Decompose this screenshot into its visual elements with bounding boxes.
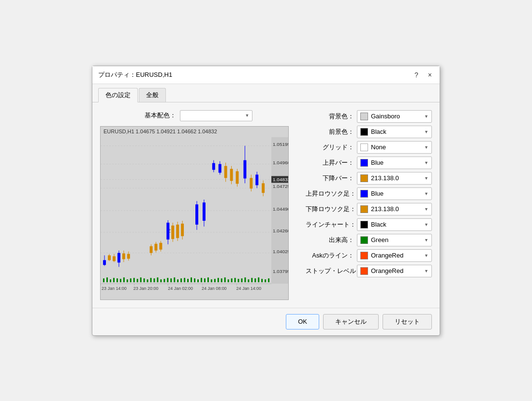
- svg-rect-117: [255, 174, 258, 185]
- svg-rect-28: [133, 278, 135, 282]
- tab-bar: 色の設定 全般: [92, 84, 440, 102]
- svg-rect-66: [261, 279, 263, 282]
- swatch-up-bar: [360, 159, 368, 167]
- svg-rect-87: [154, 243, 157, 250]
- svg-rect-91: [166, 222, 169, 239]
- svg-rect-93: [171, 225, 174, 239]
- svg-rect-1: [101, 137, 271, 283]
- svg-rect-81: [122, 253, 125, 259]
- svg-rect-89: [159, 243, 162, 249]
- svg-rect-35: [157, 277, 158, 282]
- name-foreground: Black: [371, 128, 386, 135]
- footer: OK キャンセル リセット: [92, 308, 440, 335]
- setting-up-candle: 上昇ロウソク足： Blue: [306, 187, 432, 200]
- svg-rect-59: [238, 279, 239, 282]
- svg-rect-101: [203, 202, 206, 221]
- svg-rect-68: [268, 278, 269, 282]
- tab-general[interactable]: 全般: [139, 88, 166, 102]
- swatch-stop-level: [360, 267, 368, 275]
- svg-rect-113: [243, 160, 246, 178]
- dialog-title: プロパティ：EURUSD,H1: [98, 71, 172, 79]
- svg-rect-45: [191, 277, 192, 282]
- svg-rect-52: [214, 279, 216, 282]
- setting-ask-line: Askのライン： OrangeRed: [306, 249, 432, 262]
- svg-rect-49: [204, 278, 206, 282]
- select-line-chart[interactable]: Black: [357, 218, 432, 231]
- svg-rect-23: [117, 278, 118, 282]
- svg-text:1.05195: 1.05195: [273, 141, 288, 146]
- swatch-up-candle: [360, 190, 368, 198]
- svg-rect-109: [230, 169, 233, 181]
- select-foreground[interactable]: Black: [357, 126, 432, 138]
- svg-rect-25: [123, 277, 125, 282]
- select-up-bar[interactable]: Blue: [357, 157, 432, 169]
- svg-rect-36: [160, 279, 162, 282]
- setting-background: 背景色： Gainsboro: [306, 110, 432, 123]
- close-button[interactable]: ×: [426, 70, 434, 80]
- select-ask-line[interactable]: OrangeRed: [357, 249, 432, 262]
- help-button[interactable]: ?: [413, 70, 420, 80]
- svg-rect-65: [258, 277, 259, 282]
- svg-rect-70: [103, 260, 106, 265]
- select-volume[interactable]: Green: [357, 234, 432, 246]
- svg-rect-79: [118, 253, 120, 262]
- svg-rect-34: [153, 278, 155, 282]
- svg-rect-37: [163, 279, 165, 282]
- svg-text:23 Jan 14:00: 23 Jan 14:00: [102, 286, 127, 291]
- svg-rect-50: [207, 277, 209, 282]
- svg-text:24 Jan 02:00: 24 Jan 02:00: [168, 286, 193, 291]
- label-foreground: 前景色：: [306, 128, 354, 136]
- svg-rect-42: [180, 278, 182, 282]
- name-line-chart: Black: [371, 221, 386, 228]
- swatch-volume: [360, 236, 368, 244]
- svg-rect-119: [262, 183, 265, 193]
- swatch-grid: [360, 143, 368, 151]
- basic-color-select[interactable]: [180, 110, 252, 121]
- label-up-bar: 上昇バー：: [306, 158, 354, 167]
- swatch-background: [360, 113, 368, 120]
- swatch-ask-line: [360, 252, 368, 259]
- cancel-button[interactable]: キャンセル: [323, 314, 379, 329]
- ok-button[interactable]: OK: [286, 314, 319, 329]
- svg-rect-83: [127, 254, 130, 258]
- svg-rect-31: [144, 278, 145, 282]
- svg-rect-20: [106, 277, 108, 282]
- svg-rect-19: [103, 278, 104, 282]
- select-background[interactable]: Gainsboro: [357, 110, 432, 123]
- name-volume: Green: [371, 236, 388, 243]
- content-area: 基本配色： EURUSD,H1 1.04675 1.04921 1.04662 …: [92, 102, 440, 308]
- select-stop-level[interactable]: OrangeRed: [357, 265, 432, 277]
- label-background: 背景色：: [306, 112, 354, 121]
- swatch-line-chart: [360, 221, 368, 229]
- label-volume: 出来高：: [306, 236, 354, 244]
- select-down-candle[interactable]: 213.138.0: [357, 203, 432, 215]
- tab-color-settings[interactable]: 色の設定: [98, 88, 138, 102]
- select-grid[interactable]: None: [357, 141, 432, 154]
- select-up-candle[interactable]: Blue: [357, 187, 432, 200]
- select-down-bar[interactable]: 213.138.0: [357, 172, 432, 185]
- svg-text:1.04260: 1.04260: [273, 228, 288, 233]
- svg-rect-43: [184, 278, 185, 282]
- svg-rect-51: [211, 279, 212, 282]
- name-up-bar: Blue: [371, 159, 384, 166]
- chart-symbol-info: EURUSD,H1 1.04675 1.04921 1.04662 1.0483…: [103, 129, 217, 134]
- svg-text:1.03795: 1.03795: [273, 269, 288, 274]
- svg-rect-115: [250, 178, 252, 188]
- svg-rect-103: [212, 163, 215, 170]
- left-panel: 基本配色： EURUSD,H1 1.04675 1.04921 1.04662 …: [100, 110, 296, 300]
- svg-rect-61: [244, 277, 246, 282]
- svg-text:1.04025: 1.04025: [273, 248, 288, 254]
- svg-rect-41: [177, 279, 178, 282]
- svg-rect-29: [137, 279, 138, 282]
- svg-rect-107: [224, 166, 227, 178]
- title-bar: プロパティ：EURUSD,H1 ? ×: [92, 66, 440, 84]
- chart-svg: 1.05195 1.04960 1.04832 1.04725 1.04490 …: [101, 127, 288, 300]
- reset-button[interactable]: リセット: [383, 314, 432, 329]
- svg-rect-55: [224, 277, 226, 282]
- label-down-candle: 下降ロウソク足：: [306, 205, 354, 214]
- svg-rect-60: [241, 278, 242, 282]
- svg-rect-38: [167, 278, 168, 282]
- basic-color-select-wrapper[interactable]: [180, 110, 252, 121]
- svg-rect-99: [195, 204, 198, 225]
- svg-rect-44: [187, 279, 189, 282]
